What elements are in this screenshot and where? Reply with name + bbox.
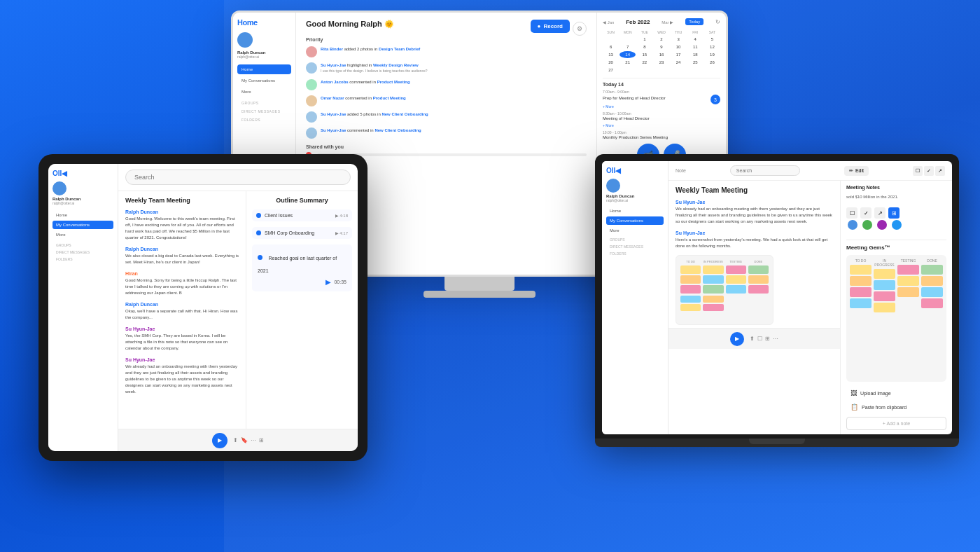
activity-avatar-1 <box>306 46 317 57</box>
cal-day[interactable]: 9 <box>653 43 669 50</box>
cal-day[interactable] <box>636 67 652 74</box>
cal-day[interactable]: 3 <box>671 36 687 43</box>
goal-play-button[interactable]: ▶ <box>326 278 331 286</box>
bookmark-icon[interactable]: 🔖 <box>241 437 248 443</box>
share-icon[interactable]: ⬆ <box>233 437 238 443</box>
calendar-grid: SUN MON TUE WED THU FRI SAT 1 2 3 4 5 6 … <box>603 29 720 74</box>
monitor-nav-conversations[interactable]: My Conversations <box>237 76 291 85</box>
cal-day[interactable] <box>620 67 636 74</box>
cal-day[interactable]: 18 <box>687 51 704 58</box>
more-icon[interactable]: ⋯ <box>251 437 256 443</box>
sticky-done-1 <box>921 265 943 275</box>
cal-day[interactable] <box>687 67 704 74</box>
cal-day[interactable]: 5 <box>704 36 720 43</box>
notes-icon-1[interactable]: ☐ <box>846 207 858 219</box>
cal-day[interactable]: 13 <box>603 51 619 58</box>
cal-day[interactable]: 19 <box>704 51 720 58</box>
notes-panel-text: sold $10 Million in the 2021. <box>846 194 946 200</box>
laptop-chat-area: Su Hyun-Jae We already had an onboarding… <box>668 197 840 328</box>
laptop-nav-more[interactable]: More <box>606 226 664 235</box>
cal-day[interactable]: 15 <box>636 51 652 58</box>
cal-day[interactable]: 2 <box>653 36 669 43</box>
cal-day[interactable]: 25 <box>687 59 704 66</box>
laptop-share-icon[interactable]: ⬆ <box>750 336 755 342</box>
laptop-icon-1[interactable]: ☐ <box>913 166 923 176</box>
laptop-section-folders: FOLDERS <box>610 251 664 256</box>
upload-options: 🖼 Upload Image 📋 Paste from clipboard <box>846 386 946 414</box>
cal-day[interactable]: 21 <box>620 59 636 66</box>
notes-icon-2[interactable]: ✓ <box>860 207 872 219</box>
monitor-section-folders: FOLDERS <box>241 118 291 122</box>
notes-panel-title: Meeting Notes <box>846 185 946 190</box>
notes-icon-3[interactable]: ↗ <box>874 207 886 219</box>
event-more-link-2[interactable]: + More <box>603 123 720 127</box>
activity-avatar-6 <box>306 127 317 139</box>
monitor-nav-more[interactable]: More <box>237 87 291 97</box>
settings-icon[interactable]: ⚙ <box>573 22 587 36</box>
cal-day[interactable]: 4 <box>687 36 704 43</box>
cal-day[interactable]: 8 <box>636 43 652 50</box>
cal-day[interactable]: 17 <box>671 51 687 58</box>
cal-day-today[interactable]: 14 <box>620 51 636 58</box>
event-more-link[interactable]: + More <box>603 104 720 109</box>
notes-icon-4[interactable]: ⊞ <box>888 207 899 219</box>
notes-avatar-1 <box>846 219 859 231</box>
calendar-today-button[interactable]: Today <box>685 18 704 25</box>
laptop-icon-3[interactable]: ↗ <box>935 166 945 176</box>
sticky-10 <box>748 265 769 274</box>
cal-day[interactable]: 20 <box>603 59 619 66</box>
tablet-play-button[interactable]: ▶ <box>212 433 227 448</box>
laptop-play-button[interactable]: ▶ <box>730 332 744 346</box>
upload-image-option[interactable]: 🖼 Upload Image <box>846 386 946 400</box>
laptop-base <box>595 439 959 447</box>
add-note-area[interactable]: + Add a note <box>846 417 946 430</box>
gems-col-done: DONE <box>921 258 943 314</box>
grid-icon[interactable]: ⊞ <box>259 437 264 443</box>
activity-avatar-3 <box>306 79 317 90</box>
cal-day[interactable]: 1 <box>636 36 652 43</box>
activity-avatar-4 <box>306 95 317 106</box>
cal-day[interactable]: 16 <box>653 51 669 58</box>
laptop-grid-icon[interactable]: ⊞ <box>765 336 770 342</box>
cal-day[interactable]: 23 <box>653 59 669 66</box>
tablet-actions: ⬆ 🔖 ⋯ ⊞ <box>233 437 264 443</box>
outline-title: Outline Summary <box>252 197 352 204</box>
cal-prev-icon[interactable]: ◀ Jan <box>603 20 614 25</box>
cal-day[interactable] <box>671 67 687 74</box>
cal-day[interactable]: 11 <box>687 43 704 50</box>
calendar-refresh-icon[interactable]: ↻ <box>715 19 720 25</box>
laptop-icon-2[interactable]: ✓ <box>924 166 934 176</box>
cal-day[interactable]: 22 <box>636 59 652 66</box>
cal-day[interactable]: 12 <box>704 43 720 50</box>
monitor-user-email: ralph@otter.ai <box>237 55 291 59</box>
cal-day[interactable] <box>620 36 636 43</box>
laptop-edit-button[interactable]: ✏ Edit <box>844 166 869 176</box>
tablet-nav-more[interactable]: More <box>52 230 113 239</box>
laptop-more-icon[interactable]: ⋯ <box>773 336 778 342</box>
cal-day[interactable]: 10 <box>671 43 687 50</box>
cal-day[interactable]: 27 <box>603 67 619 74</box>
upload-image-icon: 🖼 <box>850 389 857 396</box>
monitor-nav-home[interactable]: Home <box>237 64 291 74</box>
tablet-nav-conversations[interactable]: My Conversations <box>52 221 113 229</box>
sticky-testing-2 <box>897 276 919 286</box>
laptop-search-input[interactable] <box>730 165 800 176</box>
laptop-bottom-bar: ▶ ⬆ ☐ ⊞ ⋯ <box>668 328 840 349</box>
tablet-content: Weekly Team Meeting Ralph Duncan Good Mo… <box>118 191 358 429</box>
cal-day[interactable]: 6 <box>603 43 619 50</box>
tablet-nav-home[interactable]: Home <box>52 211 113 219</box>
cal-day[interactable] <box>653 67 669 74</box>
cal-day[interactable]: 7 <box>620 43 636 50</box>
laptop-nav-home[interactable]: Home <box>606 207 664 215</box>
cal-day[interactable]: 24 <box>671 59 687 66</box>
record-button[interactable]: ● Record <box>531 20 570 33</box>
cal-day[interactable] <box>603 36 619 43</box>
tablet-search-input[interactable] <box>125 170 351 185</box>
sticky-4 <box>703 265 723 274</box>
laptop-bookmark-icon[interactable]: ☐ <box>757 336 762 342</box>
cal-next-icon[interactable]: Mar ▶ <box>662 20 673 25</box>
cal-day[interactable] <box>704 67 720 74</box>
laptop-nav-conversations[interactable]: My Conversations <box>606 216 664 225</box>
paste-clipboard-option[interactable]: 📋 Paste from clipboard <box>846 400 946 414</box>
cal-day[interactable]: 26 <box>704 59 720 66</box>
